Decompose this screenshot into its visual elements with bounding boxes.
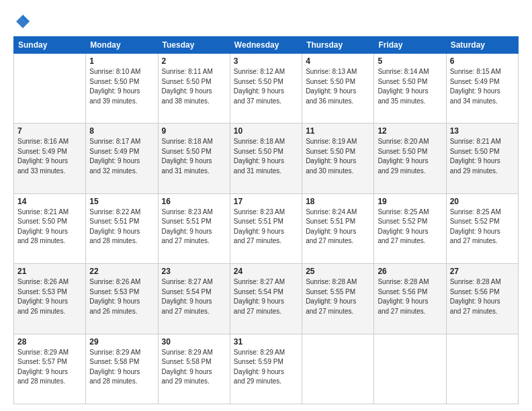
day-info: Sunrise: 8:25 AMSunset: 5:52 PMDaylight:… (378, 208, 442, 246)
day-info: Sunrise: 8:26 AMSunset: 5:53 PMDaylight:… (89, 277, 154, 316)
calendar-cell: 14Sunrise: 8:21 AMSunset: 5:50 PMDayligh… (14, 193, 86, 263)
calendar-cell: 26Sunrise: 8:28 AMSunset: 5:56 PMDayligh… (374, 264, 446, 334)
calendar-cell: 28Sunrise: 8:29 AMSunset: 5:57 PMDayligh… (14, 334, 86, 404)
calendar-cell: 29Sunrise: 8:29 AMSunset: 5:58 PMDayligh… (86, 334, 158, 404)
calendar-cell: 22Sunrise: 8:26 AMSunset: 5:53 PMDayligh… (86, 264, 158, 334)
day-number: 25 (306, 267, 370, 276)
day-info: Sunrise: 8:24 AMSunset: 5:51 PMDaylight:… (306, 208, 370, 246)
calendar-cell: 19Sunrise: 8:25 AMSunset: 5:52 PMDayligh… (374, 193, 446, 263)
day-number: 17 (234, 197, 298, 206)
weekday-header-monday: Monday (86, 37, 158, 54)
day-number: 31 (234, 337, 298, 347)
calendar-week-row: 21Sunrise: 8:26 AMSunset: 5:53 PMDayligh… (14, 264, 519, 334)
calendar-cell (446, 334, 518, 404)
day-info: Sunrise: 8:29 AMSunset: 5:58 PMDaylight:… (89, 348, 154, 387)
logo-icon (13, 12, 32, 31)
day-number: 2 (162, 56, 226, 66)
calendar-cell: 6Sunrise: 8:15 AMSunset: 5:49 PMDaylight… (446, 54, 518, 124)
day-info: Sunrise: 8:16 AMSunset: 5:49 PMDaylight:… (17, 137, 82, 176)
calendar-cell: 1Sunrise: 8:10 AMSunset: 5:50 PMDaylight… (86, 54, 158, 124)
day-number: 5 (378, 56, 442, 66)
header (13, 12, 519, 31)
day-number: 16 (162, 197, 226, 206)
calendar-week-row: 28Sunrise: 8:29 AMSunset: 5:57 PMDayligh… (14, 334, 519, 404)
day-info: Sunrise: 8:11 AMSunset: 5:50 PMDaylight:… (162, 67, 226, 106)
calendar-cell (374, 334, 446, 404)
calendar-cell: 3Sunrise: 8:12 AMSunset: 5:50 PMDaylight… (230, 54, 302, 124)
day-number: 29 (89, 337, 154, 347)
day-number: 11 (306, 126, 370, 136)
day-number: 8 (89, 126, 154, 136)
calendar-cell: 11Sunrise: 8:19 AMSunset: 5:50 PMDayligh… (302, 124, 374, 193)
day-info: Sunrise: 8:10 AMSunset: 5:50 PMDaylight:… (89, 67, 154, 106)
day-number: 10 (234, 126, 298, 136)
day-info: Sunrise: 8:17 AMSunset: 5:49 PMDaylight:… (89, 137, 154, 176)
logo (13, 12, 35, 31)
calendar-cell: 5Sunrise: 8:14 AMSunset: 5:50 PMDaylight… (374, 54, 446, 124)
day-info: Sunrise: 8:14 AMSunset: 5:50 PMDaylight:… (378, 67, 442, 106)
day-info: Sunrise: 8:20 AMSunset: 5:50 PMDaylight:… (378, 137, 442, 176)
day-info: Sunrise: 8:27 AMSunset: 5:54 PMDaylight:… (162, 277, 226, 316)
calendar-cell: 30Sunrise: 8:29 AMSunset: 5:58 PMDayligh… (158, 334, 230, 404)
calendar-cell: 25Sunrise: 8:28 AMSunset: 5:55 PMDayligh… (302, 264, 374, 334)
day-info: Sunrise: 8:28 AMSunset: 5:56 PMDaylight:… (378, 277, 442, 316)
calendar-week-row: 14Sunrise: 8:21 AMSunset: 5:50 PMDayligh… (14, 193, 519, 263)
day-info: Sunrise: 8:23 AMSunset: 5:51 PMDaylight:… (162, 208, 226, 246)
calendar-week-row: 1Sunrise: 8:10 AMSunset: 5:50 PMDaylight… (14, 54, 519, 124)
day-number: 14 (17, 197, 82, 206)
day-info: Sunrise: 8:21 AMSunset: 5:50 PMDaylight:… (17, 208, 82, 246)
calendar-cell: 18Sunrise: 8:24 AMSunset: 5:51 PMDayligh… (302, 193, 374, 263)
day-info: Sunrise: 8:29 AMSunset: 5:59 PMDaylight:… (234, 348, 298, 387)
day-info: Sunrise: 8:21 AMSunset: 5:50 PMDaylight:… (450, 137, 515, 176)
calendar-cell: 16Sunrise: 8:23 AMSunset: 5:51 PMDayligh… (158, 193, 230, 263)
day-number: 4 (306, 56, 370, 66)
day-number: 12 (378, 126, 442, 136)
calendar-cell: 15Sunrise: 8:22 AMSunset: 5:51 PMDayligh… (86, 193, 158, 263)
day-number: 3 (234, 56, 298, 66)
calendar-cell: 17Sunrise: 8:23 AMSunset: 5:51 PMDayligh… (230, 193, 302, 263)
calendar-cell: 23Sunrise: 8:27 AMSunset: 5:54 PMDayligh… (158, 264, 230, 334)
day-number: 23 (162, 267, 226, 276)
calendar-cell: 4Sunrise: 8:13 AMSunset: 5:50 PMDaylight… (302, 54, 374, 124)
day-info: Sunrise: 8:12 AMSunset: 5:50 PMDaylight:… (234, 67, 298, 106)
calendar-cell: 10Sunrise: 8:18 AMSunset: 5:50 PMDayligh… (230, 124, 302, 193)
day-number: 28 (17, 337, 82, 347)
day-info: Sunrise: 8:27 AMSunset: 5:54 PMDaylight:… (234, 277, 298, 316)
weekday-header-saturday: Saturday (446, 37, 518, 54)
weekday-header-friday: Friday (374, 37, 446, 54)
calendar-cell (14, 54, 86, 124)
day-number: 20 (450, 197, 515, 206)
day-info: Sunrise: 8:22 AMSunset: 5:51 PMDaylight:… (89, 208, 154, 246)
calendar-week-row: 7Sunrise: 8:16 AMSunset: 5:49 PMDaylight… (14, 124, 519, 193)
day-number: 30 (162, 337, 226, 347)
day-number: 13 (450, 126, 515, 136)
day-info: Sunrise: 8:29 AMSunset: 5:57 PMDaylight:… (17, 348, 82, 387)
day-info: Sunrise: 8:18 AMSunset: 5:50 PMDaylight:… (234, 137, 298, 176)
weekday-header-wednesday: Wednesday (230, 37, 302, 54)
day-info: Sunrise: 8:23 AMSunset: 5:51 PMDaylight:… (234, 208, 298, 246)
calendar-table: SundayMondayTuesdayWednesdayThursdayFrid… (13, 36, 519, 404)
calendar-cell: 21Sunrise: 8:26 AMSunset: 5:53 PMDayligh… (14, 264, 86, 334)
day-number: 22 (89, 267, 154, 276)
calendar-cell: 9Sunrise: 8:18 AMSunset: 5:50 PMDaylight… (158, 124, 230, 193)
calendar-cell: 13Sunrise: 8:21 AMSunset: 5:50 PMDayligh… (446, 124, 518, 193)
day-info: Sunrise: 8:19 AMSunset: 5:50 PMDaylight:… (306, 137, 370, 176)
calendar-cell: 8Sunrise: 8:17 AMSunset: 5:49 PMDaylight… (86, 124, 158, 193)
page: SundayMondayTuesdayWednesdayThursdayFrid… (0, 0, 532, 411)
weekday-header-tuesday: Tuesday (158, 37, 230, 54)
calendar-cell: 20Sunrise: 8:25 AMSunset: 5:52 PMDayligh… (446, 193, 518, 263)
day-number: 21 (17, 267, 82, 276)
day-number: 6 (450, 56, 515, 66)
day-info: Sunrise: 8:25 AMSunset: 5:52 PMDaylight:… (450, 208, 515, 246)
day-number: 19 (378, 197, 442, 206)
day-number: 7 (17, 126, 82, 136)
day-number: 9 (162, 126, 226, 136)
calendar-cell: 2Sunrise: 8:11 AMSunset: 5:50 PMDaylight… (158, 54, 230, 124)
day-info: Sunrise: 8:28 AMSunset: 5:55 PMDaylight:… (306, 277, 370, 316)
day-info: Sunrise: 8:28 AMSunset: 5:56 PMDaylight:… (450, 277, 515, 316)
day-info: Sunrise: 8:26 AMSunset: 5:53 PMDaylight:… (17, 277, 82, 316)
day-number: 15 (89, 197, 154, 206)
calendar-cell: 24Sunrise: 8:27 AMSunset: 5:54 PMDayligh… (230, 264, 302, 334)
day-number: 1 (89, 56, 154, 66)
calendar-cell (302, 334, 374, 404)
